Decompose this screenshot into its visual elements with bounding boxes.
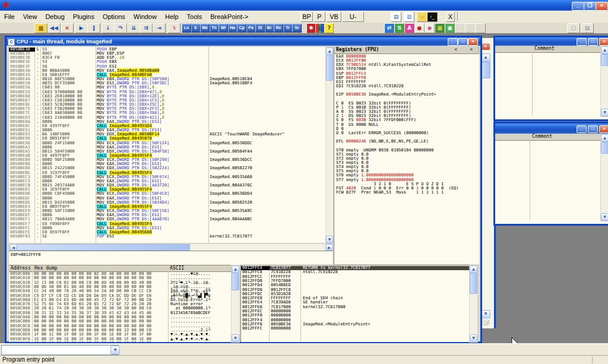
scroll-down-button[interactable]: ▼ [470,334,477,342]
scrollbar[interactable]: ▲ ▼ [600,46,608,117]
scroll-up-button[interactable]: ▲ [601,46,608,54]
restart-button[interactable]: ◀◀ [48,23,61,33]
cpu-window-titlebar[interactable]: C CPU - main thread, module ImageRed _ □… [7,37,480,46]
step-over-button[interactable]: ↷ [114,23,127,33]
close-program-button[interactable]: × [61,23,74,33]
disasm-row[interactable]: 0050BED6.8B0D C8F45000MOV ECX,DWORD PTR … [9,192,325,196]
scroll-down-button[interactable]: ▼ [601,213,608,221]
stack-row[interactable]: 0012FFFC00000000 [241,327,470,331]
view-tab-me[interactable]: Me [200,24,210,33]
run-button[interactable]: ▶ [75,23,88,33]
updown-icon[interactable]: ⇅ [394,23,404,33]
registers-prev-button[interactable]: < [454,47,457,53]
scroll-down-button[interactable]: ▼ [232,334,239,342]
scroll-up-button[interactable]: ▲ [481,53,490,62]
disasm-row[interactable]: 0050BEE9.8B0D 58F15000MOV ECX,DWORD PTR … [9,209,325,213]
window-icon[interactable]: ▣ [445,23,455,33]
palette-icon[interactable]: ▥ [315,23,325,33]
disasm-row[interactable]: 0050BE9D.8B0D 24F15000MOV ECX,DWORD PTR … [9,141,325,145]
command-dropdown-button[interactable]: ▼ [110,346,120,354]
resize-grip[interactable] [482,319,489,325]
register-line[interactable]: EFL 00000246 (NO,NB,E,BE,NS,PE,GE,LE) [336,140,479,144]
cpu-close-button[interactable]: × [468,38,478,46]
menu-file[interactable]: File [0,11,19,23]
scrollbar-thumb[interactable] [470,273,477,294]
stack-pane[interactable]: 0012FFC47C817077RETURN to kernel32.7C817… [240,265,470,342]
view-tab-br[interactable]: Br [265,24,274,33]
folder-icon[interactable]: ▱ [417,12,428,22]
pattern-icon[interactable]: ◉ [425,23,435,33]
cpu-restore-button[interactable]: □ [458,38,468,46]
memory-icon[interactable]: ▥ [404,12,414,22]
window-maximize-button[interactable]: □ [588,125,598,133]
plugin-button-p[interactable]: P [314,12,325,22]
map-icon[interactable]: ▦ [435,23,445,33]
app-restore-button[interactable]: ❐ [584,2,596,11]
gear-icon[interactable]: ✱ [306,23,316,33]
column-header-blank[interactable] [495,46,534,53]
disasm-row[interactable]: 0050BE38$55PUSH EBP [9,48,325,52]
disassembly-pane[interactable]: 0050BE38$55PUSH EBP0050BE39.8BECMOV EBP,… [9,47,325,243]
scrollbar-thumb[interactable] [601,142,608,154]
animate-over-button[interactable]: ⇉ [140,23,153,33]
register-line[interactable]: FCW 027F Prec NEAR,53 Mask 1 1 1 1 1 1 [336,191,479,195]
menu-tools[interactable]: Tools [183,11,207,23]
scroll-down-button[interactable]: ▼ [481,310,490,318]
plugin-bar-close-button[interactable]: X [446,12,455,22]
cpu-minimize-button[interactable]: _ [448,38,458,46]
scrollbar[interactable]: ▲ ▼ [600,134,608,221]
scrollbar-thumb[interactable] [601,54,608,66]
register-line[interactable]: EDI 7C910228 ntdll.7C910228 [336,84,479,88]
disasm-row[interactable]: 0050BE3B.83C4 F0ADD ESP,-10 [9,56,325,60]
console-icon[interactable]: ›_ [427,12,438,22]
window-minimize-button[interactable]: _ [577,125,587,133]
scroll-down-button[interactable]: ▼ [326,236,333,243]
stop-icon[interactable]: ● [414,23,425,33]
scrollbar-thumb[interactable] [232,273,239,290]
column-header-comment[interactable]: Comment [530,134,603,141]
execute-till-return-button[interactable]: ⇥ [153,23,166,33]
view-tab-tr[interactable]: Tr [283,24,293,33]
window-maximize-button[interactable]: □ [588,38,598,46]
scrollbar-thumb[interactable] [17,244,190,251]
disasm-row[interactable]: 0050BE8C.E8 4397F8FFCALL ImageRed.004955… [9,124,325,128]
dump-row[interactable]: 0050C1001F 00 1F 00 1F 00 1F 00 1F 00 1F… [9,341,231,342]
disasm-row[interactable]: 0050BEFE.E8 8597F8FFCALL ImageRed.004956… [9,230,325,235]
page-icon[interactable]: ▢ [567,23,580,33]
view-tab-cp[interactable]: Cp [237,24,246,33]
dump-pane[interactable]: Address Hex dump ASCII 0050C00000 00 00 … [9,265,231,342]
menu-plugins[interactable]: Plugins [69,11,99,23]
menu-window[interactable]: Window [129,11,161,23]
view-tab-ha[interactable]: Ha [228,24,238,33]
plugin-button-vb[interactable]: VB [327,12,341,22]
help-icon[interactable]: ? [324,23,334,33]
window-close-button[interactable]: × [599,38,608,46]
disasm-row[interactable]: 0050BEC3.8B0D 74F45000MOV ECX,DWORD PTR … [9,175,325,179]
view-tab-pa[interactable]: Pa [246,24,256,33]
scroll-down-button[interactable]: ▼ [601,109,608,116]
registers-prev2-button[interactable]: < [470,47,473,53]
scrollbar-thumb[interactable] [326,55,333,81]
disasm-row[interactable]: 0050BEF7.E8 F896F8FFCALL ImageRed.004955… [9,222,325,226]
ascii-icon[interactable]: A [404,23,414,33]
column-header-blank[interactable] [495,134,532,141]
view-tab-ln[interactable]: Ln [182,24,191,33]
menu-view[interactable]: View [19,11,42,23]
open-file-button[interactable]: ▆ [34,23,48,33]
scroll-right-button[interactable]: ▶ [325,244,333,251]
command-combobox[interactable]: ▼ [1,345,119,355]
info-pane[interactable]: EBP=0012FFF0 [9,251,332,265]
view-tab-th[interactable]: Th [210,24,219,33]
dump-scrollbar[interactable]: ▲ ▼ [231,265,240,343]
disasm-row[interactable]: 0050BF03.5EPOP ESIkernel32.7C817077 [9,235,325,239]
animate-into-button[interactable]: ⇊ [127,23,140,33]
window-minimize-button[interactable]: _ [577,38,587,46]
registers-header[interactable]: Registers (FPU) < < [334,47,479,54]
swap-icon[interactable]: ⇄ [384,23,394,33]
register-line[interactable]: EIP 0050BE38 ImageRed.<ModuleEntryPoint> [336,93,479,97]
view-tab-st[interactable]: St [255,24,265,33]
menu-help[interactable]: Help [161,11,183,23]
window-close-button[interactable]: × [599,125,608,133]
app-minimize-button[interactable]: _ [572,2,584,11]
registers-pane[interactable]: Registers (FPU) < < EAX 00000000ECX 0012… [334,47,479,264]
